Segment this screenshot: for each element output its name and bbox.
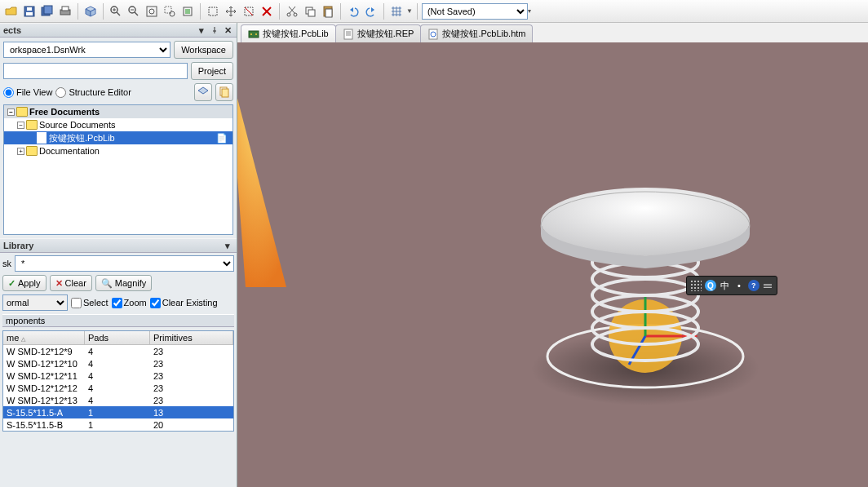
expand-icon[interactable]: − [17, 122, 24, 129]
select-checkbox[interactable]: Select [71, 298, 108, 308]
library-panel-header: Library ▾ [0, 238, 237, 253]
ime-q-icon[interactable]: Q [705, 278, 716, 293]
table-row[interactable]: S-15.5*11.5-A113 [3, 406, 233, 418]
table-row[interactable]: S-15.5*11.5-B120 [3, 418, 233, 431]
table-row[interactable]: W SMD-12*12*10423 [3, 357, 233, 370]
cell-prims: 20 [150, 418, 233, 432]
doc-tab[interactable]: 按键按钮.PcbLib [241, 24, 336, 42]
zoom-checkbox[interactable]: Zoom [112, 298, 147, 308]
col-pads[interactable]: Pads [85, 331, 150, 344]
svg-rect-6 [62, 7, 69, 11]
project-tree[interactable]: − Free Documents − Source Documents 按键按钮… [3, 104, 233, 235]
svg-point-48 [250, 33, 252, 35]
mode-select[interactable]: ormal [2, 294, 68, 311]
docs-button[interactable] [215, 83, 233, 101]
svg-point-20 [170, 11, 175, 16]
cell-name: W SMD-12*12*10 [3, 357, 85, 370]
sort-asc-icon: △ [21, 336, 25, 342]
snapshot-select[interactable]: (Not Saved) [422, 3, 528, 20]
ime-toolbar[interactable]: Q 中 • ? [686, 276, 777, 295]
print-icon[interactable] [57, 3, 73, 20]
expand-icon[interactable]: − [7, 108, 15, 116]
zoom-fit-icon[interactable] [144, 3, 160, 20]
file-view-radio[interactable]: File View [3, 87, 52, 98]
components-group[interactable]: mponents [2, 314, 234, 327]
folder-icon [26, 146, 38, 156]
cut-icon[interactable] [284, 3, 300, 20]
svg-line-25 [245, 7, 253, 15]
tree-group-free-docs[interactable]: − Free Documents [4, 105, 232, 118]
paste-icon[interactable] [320, 3, 336, 20]
cell-name: W SMD-12*12*13 [3, 394, 85, 407]
tree-node-documentation[interactable]: + Documentation [4, 144, 232, 157]
view3d-icon[interactable] [82, 3, 99, 20]
cell-pads: 1 [85, 406, 150, 419]
ime-grid-icon[interactable] [690, 278, 702, 293]
clear-button[interactable]: ✕Clear [50, 275, 92, 291]
clear-icon[interactable] [259, 3, 275, 20]
undo-icon[interactable] [345, 3, 361, 20]
svg-rect-2 [27, 7, 32, 11]
zoom-area-icon[interactable] [162, 3, 178, 20]
workspace-button[interactable]: Workspace [174, 41, 233, 59]
mask-label: sk [2, 259, 11, 268]
copy-icon[interactable] [302, 3, 318, 20]
tab-label: 按键按钮.PcbLib [263, 28, 329, 40]
magnify-button[interactable]: 🔍Magnify [95, 275, 153, 291]
cell-name: W SMD-12*12*12 [3, 382, 85, 395]
cell-prims: 23 [150, 394, 233, 407]
components-grid[interactable]: me △ Pads Primitives W SMD-12*12*9423W S… [2, 330, 234, 432]
cell-name: W SMD-12*12*9 [3, 345, 85, 358]
tree-node-selected-file[interactable]: 按键按钮.PcbLib 📄 [4, 131, 232, 144]
table-row[interactable]: W SMD-12*12*13423 [3, 394, 233, 406]
main-toolbar: ▼ (Not Saved) ▾ [0, 0, 868, 23]
redo-icon[interactable] [363, 3, 379, 20]
ime-dot-icon[interactable]: • [733, 278, 744, 293]
zoom-in-icon[interactable] [108, 3, 124, 20]
move-icon[interactable] [223, 3, 239, 20]
structure-editor-radio[interactable]: Structure Editor [55, 87, 131, 98]
select-icon[interactable] [205, 3, 221, 20]
table-row[interactable]: W SMD-12*12*11423 [3, 370, 233, 382]
svg-line-11 [117, 12, 120, 15]
col-name[interactable]: me △ [3, 331, 85, 344]
svg-rect-23 [209, 7, 217, 15]
project-button[interactable]: Project [191, 62, 233, 80]
panel-pin-icon[interactable] [209, 24, 220, 36]
panel-dropdown-icon[interactable]: ▾ [196, 24, 207, 36]
tree-node-source-docs[interactable]: − Source Documents [4, 118, 232, 131]
panel-close-icon[interactable]: ✕ [222, 24, 233, 36]
ime-mode[interactable]: 中 [720, 278, 730, 293]
tab-icon [343, 29, 354, 40]
doc-tabbar: 按键按钮.PcbLib按键按钮.REP按键按钮.PcbLib.htm [237, 23, 868, 42]
library-title: Library [3, 241, 33, 250]
panel-dropdown-icon[interactable]: ▾ [222, 240, 233, 251]
expand-icon[interactable]: + [17, 148, 24, 155]
svg-point-49 [255, 33, 257, 35]
save-icon[interactable] [21, 3, 38, 20]
cell-pads: 4 [85, 394, 150, 407]
workspace-select[interactable]: orkspace1.DsnWrk [3, 42, 170, 58]
zoom-selected-icon[interactable] [179, 3, 196, 20]
apply-button[interactable]: ✓Apply [2, 275, 46, 291]
doc-tab[interactable]: 按键按钮.PcbLib.htm [420, 24, 533, 42]
grid-icon[interactable] [388, 3, 405, 20]
project-path-input[interactable] [3, 63, 188, 79]
ime-menu-icon[interactable] [763, 278, 773, 293]
table-row[interactable]: W SMD-12*12*9423 [3, 345, 233, 357]
cell-name: S-15.5*11.5-A [3, 406, 85, 419]
table-row[interactable]: W SMD-12*12*12423 [3, 382, 233, 394]
ime-help-icon[interactable]: ? [748, 278, 760, 293]
mask-input[interactable]: * [15, 255, 234, 272]
clear-existing-checkbox[interactable]: Clear Existing [150, 298, 218, 308]
svg-rect-17 [147, 7, 157, 16]
doc-tab[interactable]: 按键按钮.REP [335, 24, 422, 42]
compile-button[interactable] [194, 83, 212, 101]
save-all-icon[interactable] [39, 3, 55, 20]
deselect-icon[interactable] [241, 3, 257, 20]
open-icon[interactable] [3, 3, 20, 20]
3d-viewport[interactable]: Q 中 • ? [237, 42, 868, 487]
col-prims[interactable]: Primitives [150, 331, 233, 344]
zoom-out-icon[interactable] [126, 3, 142, 20]
svg-rect-33 [308, 10, 315, 16]
